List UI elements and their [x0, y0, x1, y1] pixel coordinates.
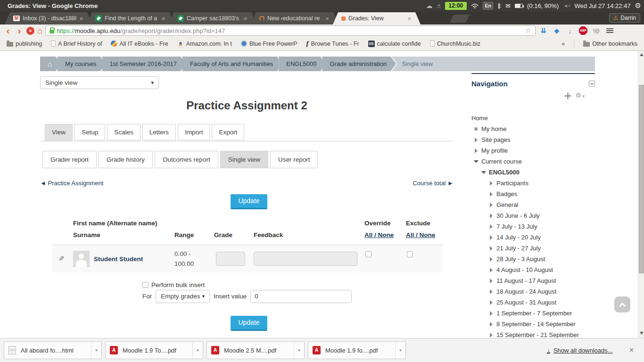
view-mode-select[interactable]: Single view: [40, 76, 159, 89]
bulk-insert-checkbox[interactable]: [142, 282, 149, 288]
student-name-link[interactable]: Student Student: [94, 255, 143, 263]
bookmarks-overflow-chevron[interactable]: »: [561, 40, 565, 47]
exclude-all-none-link[interactable]: All / None: [406, 229, 443, 241]
expand-icon[interactable]: [490, 203, 493, 207]
update-button-bottom[interactable]: Update: [231, 316, 267, 331]
download-item-menu-icon[interactable]: [192, 342, 203, 359]
expand-icon[interactable]: [490, 322, 493, 327]
nav-week-10[interactable]: 1 September - 7 September: [471, 308, 603, 319]
bookmark-calculate[interactable]: calculate confide: [368, 41, 421, 47]
nav-week-9[interactable]: 25 August - 31 August: [471, 297, 603, 308]
nav-my-profile[interactable]: My profile: [471, 145, 603, 156]
tab-user-report[interactable]: User report: [270, 151, 318, 168]
expand-icon[interactable]: [490, 224, 493, 229]
bulk-for-select[interactable]: Empty grades: [156, 290, 210, 303]
nav-week-3[interactable]: 14 July - 20 July: [471, 232, 603, 243]
hand-indicator-icon[interactable]: ☝: [437, 2, 441, 9]
tab-scales[interactable]: Scales: [107, 124, 140, 140]
nav-current-course[interactable]: Current course: [471, 156, 603, 167]
update-button-top[interactable]: Update: [231, 194, 267, 209]
forward-button[interactable]: ›: [15, 26, 24, 35]
nav-week-11[interactable]: 8 September - 14 September: [471, 319, 603, 329]
breadcrumb-grade-admin[interactable]: Grade administration: [322, 57, 396, 71]
extension-diamond-icon[interactable]: [552, 27, 562, 34]
tab-camper[interactable]: Camper sac18803's C: [169, 12, 256, 25]
tab-view[interactable]: View: [45, 124, 73, 141]
nav-home[interactable]: Home: [471, 113, 603, 123]
nav-site-pages[interactable]: Site pages: [471, 134, 603, 145]
nav-week-5[interactable]: 28 July - 3 August: [471, 254, 603, 264]
block-move-icon[interactable]: [565, 93, 571, 99]
next-item-link[interactable]: Course total ►: [413, 180, 454, 187]
cloud-sync-icon[interactable]: ☁: [426, 2, 433, 9]
stop-button[interactable]: [26, 27, 34, 35]
bookmark-churchmusic[interactable]: ChurchMusic.biz: [430, 41, 480, 47]
nav-week-4[interactable]: 21 July - 27 July: [471, 243, 603, 254]
grade-input[interactable]: [216, 252, 245, 266]
tab-grader-report[interactable]: Grader report: [42, 151, 97, 168]
extension-downloader-icon[interactable]: [538, 26, 549, 35]
expand-icon[interactable]: [490, 235, 493, 240]
profile-chip[interactable]: Darrin: [609, 13, 640, 23]
nav-week-1[interactable]: 30 June - 6 July: [471, 210, 603, 221]
home-button[interactable]: [37, 26, 42, 35]
block-gear-icon[interactable]: ⚙: [575, 92, 585, 99]
scroll-up-arrow[interactable]: [640, 53, 644, 56]
show-all-downloads-link[interactable]: Show all downloads...: [547, 347, 612, 354]
battery-icon[interactable]: [515, 4, 523, 8]
tab-close-icon[interactable]: [243, 16, 247, 22]
scroll-down-arrow[interactable]: [640, 332, 644, 335]
expand-icon[interactable]: [475, 138, 478, 142]
adblock-plus-icon[interactable]: [579, 26, 587, 35]
expand-icon[interactable]: [490, 246, 493, 251]
tab-inbox[interactable]: Inbox (3) - dtsac1880: [5, 12, 92, 25]
feedback-input[interactable]: [254, 252, 357, 266]
nav-week-12[interactable]: 15 September - 21 September: [471, 329, 603, 338]
tab-close-icon[interactable]: [161, 16, 165, 22]
tab-new-educational[interactable]: New ‹educational re: [251, 12, 339, 25]
download-item-menu-icon[interactable]: [91, 342, 101, 359]
download-item-menu-icon[interactable]: [395, 342, 405, 359]
nav-week-6[interactable]: 4 August - 10 August: [471, 264, 603, 275]
exclude-checkbox[interactable]: [407, 251, 413, 257]
prev-item-link[interactable]: ◄ Practice Assignment: [40, 180, 103, 187]
expand-icon[interactable]: [490, 289, 493, 294]
volume-muted-icon[interactable]: ◄×: [563, 3, 570, 8]
override-all-none-link[interactable]: All / None: [364, 229, 406, 241]
bookmark-blue-free[interactable]: Blue Free PowerP: [241, 41, 297, 47]
expand-icon[interactable]: [490, 214, 493, 218]
bookmark-browse-tunes[interactable]: Browse Tunes - Fr: [306, 40, 359, 48]
nav-engl5000[interactable]: ENGL5000: [471, 167, 603, 178]
block-collapse-icon[interactable]: [589, 81, 595, 87]
tab-close-icon[interactable]: [325, 16, 329, 22]
address-bar[interactable]: https://moodle.apiu.edu/grade/report/gra…: [45, 25, 536, 36]
bluetooth-icon[interactable]: ᛒ: [497, 2, 501, 9]
breadcrumb-my-courses[interactable]: My courses: [58, 57, 106, 71]
bookmark-brief-history[interactable]: A Brief History of: [51, 41, 102, 47]
scrollbar-thumb[interactable]: [639, 85, 644, 273]
tab-grade-history[interactable]: Grade history: [99, 151, 153, 168]
breadcrumb-course[interactable]: ENGL5000: [279, 57, 326, 71]
tab-setup[interactable]: Setup: [74, 124, 105, 140]
back-to-top-button[interactable]: [614, 296, 630, 313]
nav-week-2[interactable]: 7 July - 13 July: [471, 221, 603, 232]
bookmark-amazon[interactable]: Amazon.com: In t: [177, 41, 232, 47]
download-item-html[interactable]: All aboard fo....html: [4, 341, 102, 359]
expand-icon[interactable]: [490, 257, 493, 262]
collapse-tree-icon[interactable]: [481, 171, 486, 174]
nav-my-home[interactable]: My home: [471, 123, 603, 134]
edit-pencil-icon[interactable]: [52, 255, 65, 263]
expand-icon[interactable]: [490, 300, 493, 305]
insert-value-input[interactable]: [250, 290, 352, 303]
breadcrumb-semester[interactable]: 1st Semester 2016-2017: [102, 57, 186, 71]
expand-icon[interactable]: [490, 279, 493, 283]
tab-import[interactable]: Import: [178, 124, 210, 140]
clock[interactable]: Wed Jul 27 14:22:47: [575, 2, 631, 9]
vertical-scrollbar[interactable]: [638, 51, 644, 338]
nav-week-7[interactable]: 11 August - 17 August: [471, 275, 603, 286]
nav-week-8[interactable]: 18 August - 24 August: [471, 286, 603, 297]
bookmark-publishing[interactable]: publishing: [7, 41, 42, 47]
download-item-pdf-3[interactable]: Moodle 1.9 fo....pdf: [308, 341, 406, 359]
downloads-bar-close-icon[interactable]: [629, 346, 634, 354]
expand-icon[interactable]: [475, 148, 478, 153]
